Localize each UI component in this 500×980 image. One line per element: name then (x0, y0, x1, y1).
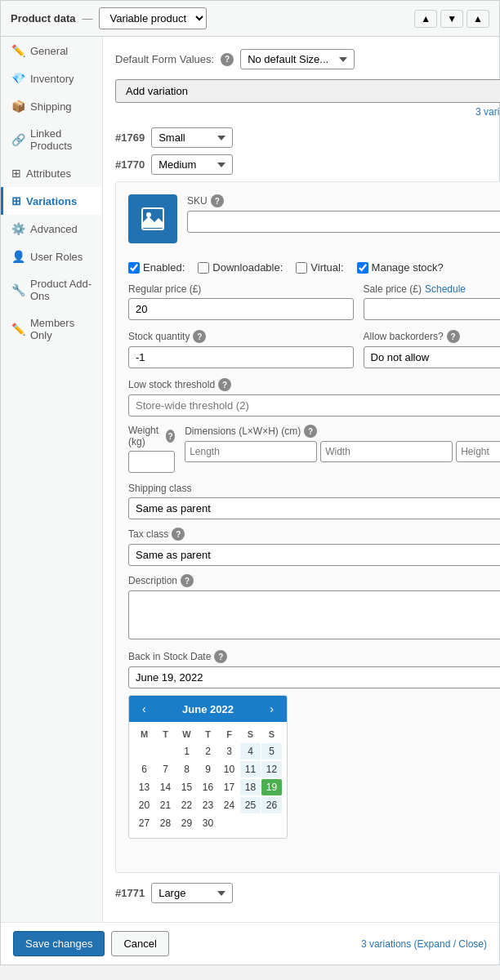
shipping-class-select[interactable]: Same as parent (128, 497, 500, 519)
cal-day-24[interactable]: 24 (219, 797, 239, 813)
low-stock-help-icon[interactable]: ? (218, 378, 231, 391)
cal-day-19[interactable]: 19 (261, 779, 282, 795)
arrow-up2-button[interactable]: ▲ (467, 10, 489, 28)
virtual-checkbox-label[interactable]: Virtual: (296, 261, 343, 274)
backorders-label: Allow backorders? ? (364, 330, 500, 343)
product-type-select[interactable]: Variable product (99, 7, 207, 29)
sidebar-label-advanced: Advanced (30, 223, 78, 235)
variation-1771-select[interactable]: Large (151, 883, 233, 903)
cal-day-7[interactable]: 7 (155, 761, 176, 777)
variations-link-top-anchor[interactable]: 3 variations (Expand / Close) (475, 106, 500, 118)
cal-day-11[interactable]: 11 (240, 761, 261, 777)
tax-class-select[interactable]: Same as parent (128, 544, 500, 566)
cal-day-2[interactable]: 2 (198, 743, 218, 760)
cal-empty-4 (240, 815, 261, 831)
description-textarea[interactable] (128, 590, 500, 639)
cal-day-28[interactable]: 28 (155, 815, 176, 831)
cal-day-21[interactable]: 21 (155, 797, 176, 813)
height-input[interactable] (456, 441, 500, 462)
manage-stock-checkbox-label[interactable]: Manage stock? (357, 261, 444, 274)
add-variation-select[interactable]: Add variation (115, 79, 500, 103)
calendar-next-button[interactable]: › (265, 701, 279, 717)
product-data-body: ✏️ General 💎 Inventory 📦 Shipping 🔗 Link… (1, 37, 499, 922)
cal-day-12[interactable]: 12 (261, 761, 282, 777)
sidebar-item-shipping[interactable]: 📦 Shipping (1, 92, 102, 120)
cal-day-30[interactable]: 30 (198, 815, 218, 831)
back-in-stock-help-icon[interactable]: ? (214, 650, 227, 663)
tax-class-help-icon[interactable]: ? (172, 528, 185, 541)
default-form-help-icon[interactable]: ? (221, 53, 234, 66)
cal-day-29[interactable]: 29 (176, 815, 197, 831)
cal-day-16[interactable]: 16 (198, 779, 218, 795)
sidebar-label-shipping: Shipping (30, 100, 72, 113)
default-form-select[interactable]: No default Size... (240, 49, 355, 69)
cal-day-25[interactable]: 25 (240, 797, 261, 813)
cal-day-14[interactable]: 14 (155, 779, 176, 795)
variation-1770-select[interactable]: Medium (151, 154, 233, 175)
save-changes-button[interactable]: Save changes (13, 931, 105, 956)
cal-day-6[interactable]: 6 (134, 761, 154, 777)
cal-day-17[interactable]: 17 (219, 779, 239, 795)
downloadable-checkbox[interactable] (198, 262, 209, 274)
arrow-down-button[interactable]: ▼ (440, 10, 463, 28)
cal-day-23[interactable]: 23 (198, 797, 218, 813)
description-help-icon[interactable]: ? (181, 574, 194, 587)
cal-day-13[interactable]: 13 (134, 779, 154, 795)
sidebar-item-variations[interactable]: ⊞ Variations (1, 187, 102, 215)
low-stock-label: Low stock threshold ? (128, 378, 500, 391)
add-variation-row: Add variation Go (115, 79, 500, 103)
backorders-select[interactable]: Do not allow Allow, but notify customer … (364, 346, 500, 368)
cal-day-27[interactable]: 27 (134, 815, 154, 831)
sku-input[interactable] (187, 211, 500, 233)
default-form-row: Default Form Values: ? No default Size..… (115, 49, 500, 69)
variations-link-bottom-anchor[interactable]: 3 variations (Expand / Close) (361, 938, 487, 950)
virtual-checkbox[interactable] (296, 262, 307, 274)
sidebar-item-inventory[interactable]: 💎 Inventory (1, 65, 102, 92)
sidebar-item-linked-products[interactable]: 🔗 Linked Products (1, 120, 102, 159)
weight-help-icon[interactable]: ? (166, 430, 175, 443)
back-in-stock-input[interactable] (128, 666, 500, 688)
sidebar-item-general[interactable]: ✏️ General (1, 37, 102, 65)
cal-day-5[interactable]: 5 (261, 743, 282, 760)
sidebar-item-user-roles[interactable]: 👤 User Roles (1, 243, 102, 270)
backorders-help-icon[interactable]: ? (447, 330, 460, 343)
sale-price-input[interactable] (364, 298, 500, 320)
manage-stock-checkbox[interactable] (357, 262, 368, 274)
regular-price-label: Regular price (£) (128, 283, 354, 295)
enabled-checkbox[interactable] (128, 262, 140, 274)
cal-day-3[interactable]: 3 (219, 743, 239, 760)
cal-day-1[interactable]: 1 (176, 743, 197, 760)
cancel-button[interactable]: Cancel (111, 931, 168, 956)
cal-day-22[interactable]: 22 (176, 797, 197, 813)
cal-day-15[interactable]: 15 (176, 779, 197, 795)
stock-qty-help-icon[interactable]: ? (193, 330, 206, 343)
sku-help-icon[interactable]: ? (211, 194, 224, 207)
enabled-checkbox-label[interactable]: Enabled: (128, 261, 185, 274)
variation-image[interactable] (128, 194, 177, 243)
sidebar-item-members-only[interactable]: ✏️ Members Only (1, 310, 102, 349)
variation-1769-select[interactable]: Small (151, 127, 233, 148)
width-input[interactable] (320, 441, 453, 462)
weight-input[interactable] (128, 451, 175, 473)
dimensions-help-icon[interactable]: ? (304, 425, 317, 438)
cal-day-18[interactable]: 18 (240, 779, 261, 795)
sidebar-item-advanced[interactable]: ⚙️ Advanced (1, 215, 102, 243)
cal-day-10[interactable]: 10 (219, 761, 239, 777)
regular-price-input[interactable] (128, 298, 354, 320)
cal-day-26[interactable]: 26 (261, 797, 282, 813)
length-input[interactable] (185, 441, 317, 462)
low-stock-input[interactable] (128, 394, 500, 416)
arrow-up-button[interactable]: ▲ (414, 10, 437, 28)
sidebar-item-attributes[interactable]: ⊞ Attributes (1, 159, 102, 187)
downloadable-checkbox-label[interactable]: Downloadable: (198, 261, 283, 274)
variations-link-top[interactable]: 3 variations (Expand / Close) (115, 106, 500, 118)
cal-day-8[interactable]: 8 (176, 761, 197, 777)
cal-day-9[interactable]: 9 (198, 761, 218, 777)
back-in-stock-section: Back in Stock Date ? ‹ June 2022 › (128, 650, 500, 839)
calendar-prev-button[interactable]: ‹ (137, 701, 151, 717)
cal-day-4[interactable]: 4 (240, 743, 261, 760)
schedule-link[interactable]: Schedule (425, 283, 466, 295)
cal-day-20[interactable]: 20 (134, 797, 154, 813)
sidebar-item-product-add-ons[interactable]: 🔧 Product Add-Ons (1, 270, 102, 310)
stock-qty-input[interactable] (128, 346, 354, 368)
